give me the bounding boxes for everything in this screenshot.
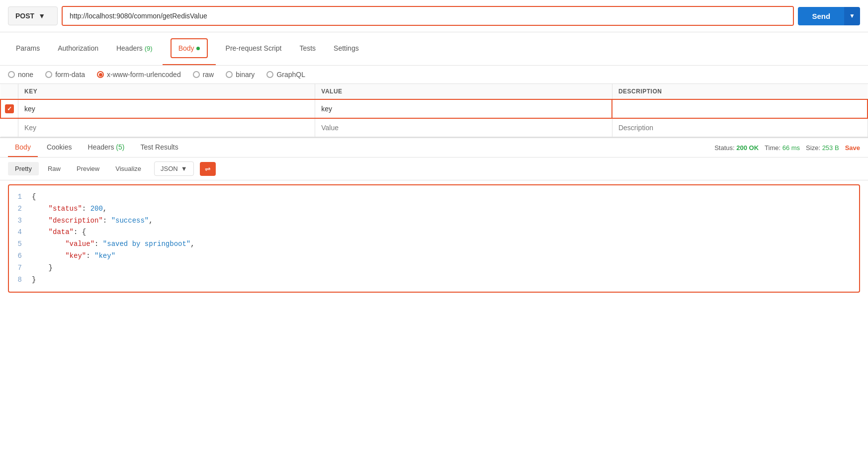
method-chevron: ▼ — [38, 12, 45, 20]
empty-key-input[interactable] — [18, 119, 315, 137]
response-tab-test-results[interactable]: Test Results — [133, 138, 185, 157]
json-line-5: 5 "value": "saved by springboot", — [17, 238, 851, 250]
params-table: KEY VALUE DESCRIPTION ✓ — [0, 84, 868, 137]
size-label: Size: 253 B — [806, 144, 839, 152]
value-input[interactable] — [315, 100, 611, 118]
response-tab-cookies[interactable]: Cookies — [40, 138, 79, 157]
format-select[interactable]: JSON ▼ — [154, 161, 194, 176]
key-input[interactable] — [18, 100, 315, 118]
method-dropdown[interactable]: POST ▼ — [8, 6, 58, 25]
radio-form-data[interactable]: form-data — [45, 71, 85, 79]
view-tab-pretty[interactable]: Pretty — [8, 162, 39, 175]
url-input[interactable] — [63, 7, 793, 25]
radio-circle-raw — [193, 71, 200, 78]
tab-authorization[interactable]: Authorization — [50, 38, 106, 59]
radio-binary[interactable]: binary — [226, 71, 255, 79]
tab-body[interactable]: Body — [163, 32, 216, 65]
value-cell[interactable] — [315, 99, 612, 118]
table-row: ✓ — [0, 99, 868, 118]
json-line-8: 8 } — [17, 274, 851, 286]
json-line-4: 4 "data": { — [17, 227, 851, 238]
key-cell[interactable] — [18, 99, 315, 118]
checkbox-checked-icon: ✓ — [5, 104, 14, 113]
table-row-empty — [0, 118, 868, 137]
desc-input[interactable] — [612, 100, 867, 118]
tab-prerequest[interactable]: Pre-request Script — [218, 38, 290, 59]
empty-value-cell[interactable] — [315, 118, 612, 137]
view-tab-visualize[interactable]: Visualize — [108, 162, 148, 175]
json-line-2: 2 "status": 200, — [17, 203, 851, 215]
col-value-header: VALUE — [315, 84, 612, 99]
json-line-6: 6 "key": "key" — [17, 250, 851, 262]
empty-check-cell — [0, 118, 18, 137]
response-meta: Status: 200 OK Time: 66 ms Size: 253 B S… — [714, 140, 860, 156]
radio-urlencoded[interactable]: x-www-form-urlencoded — [97, 71, 181, 79]
method-label: POST — [15, 12, 34, 20]
radio-circle-binary — [226, 71, 233, 78]
response-toolbar: Pretty Raw Preview Visualize JSON ▼ ⇌ — [0, 158, 868, 180]
radio-raw[interactable]: raw — [193, 71, 214, 79]
empty-desc-input[interactable] — [612, 119, 868, 137]
format-chevron-icon: ▼ — [181, 165, 187, 172]
status-label: Status: 200 OK — [714, 144, 759, 152]
radio-circle-graphql — [266, 71, 273, 78]
tab-settings[interactable]: Settings — [326, 38, 367, 59]
wrap-icon-button[interactable]: ⇌ — [200, 162, 216, 176]
tab-params[interactable]: Params — [8, 38, 48, 59]
view-tab-preview[interactable]: Preview — [70, 162, 106, 175]
response-tab-body[interactable]: Body — [8, 138, 38, 157]
radio-circle-form-data — [45, 71, 52, 78]
url-bar-section: POST ▼ Send ▼ — [0, 0, 868, 32]
empty-value-input[interactable] — [315, 119, 612, 137]
empty-desc-cell[interactable] — [612, 118, 868, 137]
time-label: Time: 66 ms — [765, 144, 800, 152]
params-table-wrapper: KEY VALUE DESCRIPTION ✓ — [0, 84, 868, 137]
json-line-7: 7 } — [17, 262, 851, 274]
body-type-section: none form-data x-www-form-urlencoded raw… — [0, 66, 868, 84]
send-button-group: Send ▼ — [798, 7, 860, 25]
request-tabs: Params Authorization Headers (9) Body Pr… — [0, 32, 868, 66]
col-key-header: KEY — [18, 84, 315, 99]
response-section: Body Cookies Headers (5) Test Results St… — [0, 137, 868, 293]
json-line-1: 1 { — [17, 191, 851, 203]
radio-circle-none — [8, 71, 15, 78]
send-button[interactable]: Send — [798, 7, 844, 25]
body-dot — [196, 47, 200, 50]
json-line-3: 3 "description": "success", — [17, 215, 851, 227]
json-viewer: 1 { 2 "status": 200, 3 "description": "s… — [8, 184, 860, 293]
col-check-header — [0, 84, 18, 99]
tab-headers[interactable]: Headers (9) — [108, 38, 161, 59]
response-tab-headers[interactable]: Headers (5) — [81, 138, 132, 157]
radio-none[interactable]: none — [8, 71, 33, 79]
url-input-wrapper — [62, 6, 794, 26]
row-checkbox-cell[interactable]: ✓ — [0, 99, 18, 118]
send-dropdown-button[interactable]: ▼ — [844, 7, 860, 25]
view-tab-raw[interactable]: Raw — [41, 162, 68, 175]
save-button[interactable]: Save — [845, 144, 860, 152]
col-desc-header: DESCRIPTION — [612, 84, 868, 99]
tab-tests[interactable]: Tests — [291, 38, 324, 59]
empty-key-cell[interactable] — [18, 118, 315, 137]
radio-circle-urlencoded — [97, 71, 104, 78]
response-tabs: Body Cookies Headers (5) Test Results St… — [0, 138, 868, 158]
desc-cell[interactable] — [612, 99, 868, 118]
radio-graphql[interactable]: GraphQL — [266, 71, 305, 79]
